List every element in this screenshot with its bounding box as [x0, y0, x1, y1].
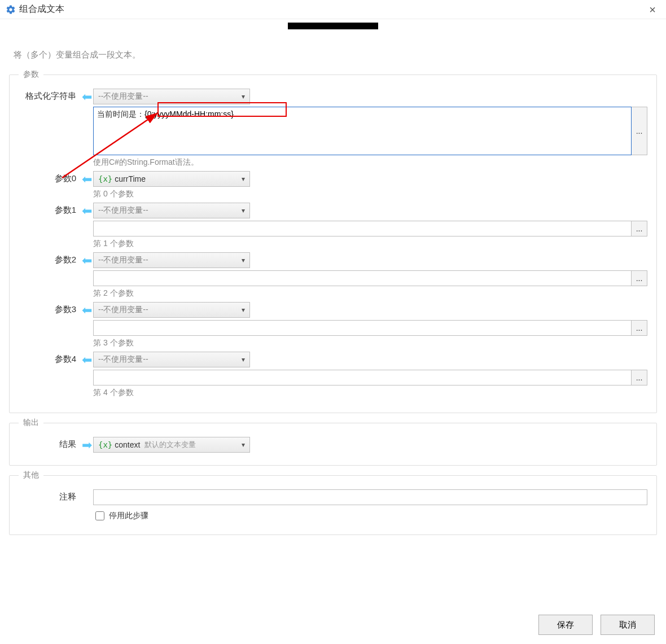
- param0-var-select[interactable]: {x}currTime▾: [93, 171, 250, 187]
- format-more-button[interactable]: ...: [632, 107, 647, 155]
- param1-hint: 第 1 个参数: [93, 239, 647, 249]
- param2-label: 参数2: [19, 252, 81, 265]
- format-row: 格式化字符串 ⬅ --不使用变量-- ▾ 当前时间是：{0:yyyyMMdd-H…: [19, 89, 647, 168]
- param2-var-select[interactable]: --不使用变量--▾: [93, 252, 250, 268]
- param4-more-button[interactable]: ...: [632, 370, 647, 385]
- arrow-out-icon: ➡: [81, 438, 93, 453]
- comment-input[interactable]: [93, 489, 647, 505]
- param3-more-button[interactable]: ...: [632, 320, 647, 336]
- param2-input[interactable]: [93, 270, 632, 286]
- arrow-in-icon: ⬅: [81, 353, 93, 367]
- format-label: 格式化字符串: [19, 89, 81, 102]
- chevron-down-icon: ▾: [242, 175, 245, 183]
- format-hint: 使用C#的String.Format语法。: [93, 157, 647, 168]
- chevron-down-icon: ▾: [242, 306, 245, 314]
- format-input[interactable]: 当前时间是：{0:yyyyMMdd-HH:mm:ss}: [93, 107, 632, 155]
- param4-input[interactable]: [93, 370, 632, 385]
- description-text: 将（多个）变量组合成一段文本。: [0, 42, 666, 65]
- chevron-down-icon: ▾: [242, 93, 245, 100]
- other-legend: 其他: [19, 470, 43, 480]
- params-section: 参数 格式化字符串 ⬅ --不使用变量-- ▾ 当前时间是：{0:yyyyMMd…: [9, 69, 657, 413]
- param-row-0: 参数0⬅{x}currTime▾第 0 个参数: [19, 171, 647, 199]
- titlebar: 组合成文本 ×: [0, 0, 666, 19]
- param2-more-button[interactable]: ...: [632, 270, 647, 286]
- close-icon[interactable]: ×: [645, 3, 660, 16]
- result-label: 结果: [19, 437, 81, 450]
- param1-more-button[interactable]: ...: [632, 221, 647, 236]
- other-section: 其他 注释 停用此步骤: [9, 470, 657, 535]
- param3-input[interactable]: [93, 320, 632, 336]
- arrow-in-icon: ⬅: [81, 303, 93, 318]
- param3-hint: 第 3 个参数: [93, 338, 647, 348]
- drag-handle[interactable]: [288, 23, 378, 29]
- cancel-button[interactable]: 取消: [601, 615, 655, 635]
- arrow-in-icon: ⬅: [81, 90, 93, 104]
- param2-hint: 第 2 个参数: [93, 288, 647, 299]
- arrow-in-icon: ⬅: [81, 253, 93, 268]
- chevron-down-icon: ▾: [242, 356, 245, 363]
- chevron-down-icon: ▾: [242, 441, 245, 449]
- comment-row: 注释 停用此步骤: [19, 489, 647, 522]
- param-row-1: 参数1⬅--不使用变量--▾...第 1 个参数: [19, 203, 647, 249]
- arrow-in-icon: ⬅: [81, 172, 93, 187]
- save-button[interactable]: 保存: [538, 615, 593, 635]
- output-legend: 输出: [19, 418, 43, 428]
- disable-checkbox[interactable]: [95, 511, 104, 520]
- param-row-2: 参数2⬅--不使用变量--▾...第 2 个参数: [19, 252, 647, 299]
- window-title: 组合成文本: [19, 3, 64, 15]
- var-brace-icon: {x}: [98, 174, 112, 183]
- param-row-4: 参数4⬅--不使用变量--▾...第 4 个参数: [19, 352, 647, 398]
- param1-label: 参数1: [19, 203, 81, 216]
- arrow-in-icon: ⬅: [81, 204, 93, 218]
- disable-label: 停用此步骤: [109, 511, 148, 521]
- param0-label: 参数0: [19, 171, 81, 184]
- comment-label: 注释: [19, 489, 81, 502]
- output-section: 输出 结果 ➡ {x} context 默认的文本变量 ▾: [9, 418, 657, 466]
- chevron-down-icon: ▾: [242, 207, 245, 214]
- chevron-down-icon: ▾: [242, 256, 245, 264]
- param1-input[interactable]: [93, 221, 632, 236]
- footer: 保存 取消: [538, 615, 655, 635]
- param1-var-select[interactable]: --不使用变量--▾: [93, 203, 250, 218]
- result-var-select[interactable]: {x} context 默认的文本变量 ▾: [93, 437, 250, 453]
- format-var-select[interactable]: --不使用变量-- ▾: [93, 89, 250, 104]
- param3-label: 参数3: [19, 302, 81, 315]
- param3-var-select[interactable]: --不使用变量--▾: [93, 302, 250, 318]
- result-row: 结果 ➡ {x} context 默认的文本变量 ▾: [19, 437, 647, 453]
- params-legend: 参数: [19, 69, 43, 80]
- var-brace-icon: {x}: [98, 440, 112, 449]
- param4-var-select[interactable]: --不使用变量--▾: [93, 352, 250, 367]
- gear-icon: [6, 5, 16, 15]
- param4-label: 参数4: [19, 352, 81, 365]
- param4-hint: 第 4 个参数: [93, 388, 647, 398]
- param-row-3: 参数3⬅--不使用变量--▾...第 3 个参数: [19, 302, 647, 348]
- param0-hint: 第 0 个参数: [93, 189, 647, 199]
